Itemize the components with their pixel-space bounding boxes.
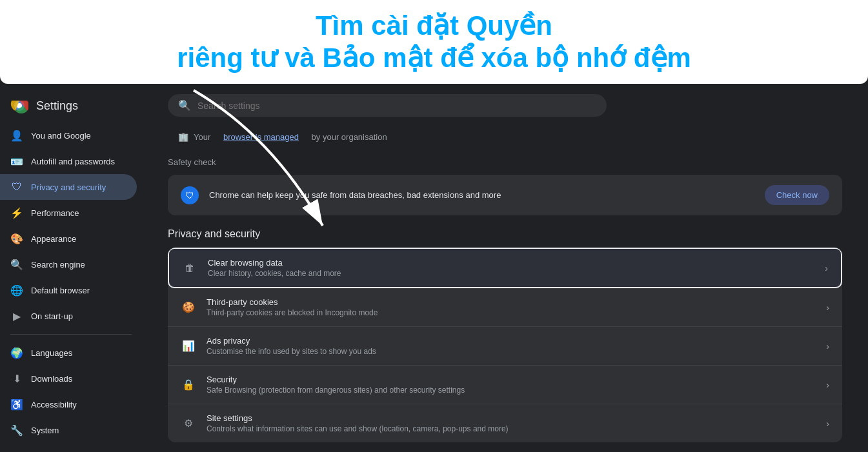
downloads-icon: ⬇ bbox=[10, 372, 23, 385]
sidebar-item-autofill[interactable]: 🪪 Autofill and passwords bbox=[0, 148, 137, 174]
clear-browsing-content: Clear browsing data Clear history, cooki… bbox=[208, 258, 814, 278]
appearance-icon: 🎨 bbox=[10, 232, 23, 245]
system-icon: 🔧 bbox=[10, 424, 23, 437]
ads-icon: 📊 bbox=[181, 339, 196, 354]
sidebar-item-on-startup[interactable]: ▶ On start-up bbox=[0, 303, 137, 329]
sidebar: Settings 👤 You and Google 🪪 Autofill and… bbox=[0, 84, 142, 452]
ads-content: Ads privacy Customise the info used by s… bbox=[207, 336, 816, 356]
cookies-subtitle: Third-party cookies are blocked in Incog… bbox=[207, 308, 816, 317]
managed-banner: 🏢 Your browser is managed by your organi… bbox=[168, 127, 842, 147]
third-party-cookies-item[interactable]: 🍪 Third-party cookies Third-party cookie… bbox=[168, 288, 842, 327]
cookies-content: Third-party cookies Third-party cookies … bbox=[207, 297, 816, 317]
search-input[interactable] bbox=[197, 101, 596, 111]
managed-link[interactable]: browser is managed bbox=[223, 132, 299, 142]
ads-arrow: › bbox=[826, 341, 829, 351]
clear-browsing-data-item[interactable]: 🗑 Clear browsing data Clear history, coo… bbox=[168, 248, 842, 288]
building-icon: 🏢 bbox=[178, 132, 188, 142]
clear-browsing-title: Clear browsing data bbox=[208, 258, 814, 268]
ads-privacy-item[interactable]: 📊 Ads privacy Customise the info used by… bbox=[168, 327, 842, 366]
sidebar-item-you-and-google[interactable]: 👤 You and Google bbox=[0, 123, 137, 148]
sidebar-item-reset-settings[interactable]: ↺ Reset settings bbox=[0, 443, 137, 452]
site-settings-icon: ⚙ bbox=[181, 416, 196, 431]
safety-check-card: 🛡 Chrome can help keep you safe from dat… bbox=[168, 175, 842, 215]
cookies-icon: 🍪 bbox=[181, 300, 196, 315]
chrome-logo-icon bbox=[10, 97, 28, 115]
safety-check-text: Chrome can help keep you safe from data … bbox=[209, 190, 754, 200]
accessibility-icon: ♿ bbox=[10, 398, 23, 411]
languages-icon: 🌍 bbox=[10, 346, 23, 359]
search-engine-icon: 🔍 bbox=[10, 258, 23, 271]
privacy-settings-list: 🗑 Clear browsing data Clear history, coo… bbox=[168, 248, 842, 442]
safety-shield-icon: 🛡 bbox=[181, 186, 199, 204]
safety-check-section-title: Safety check bbox=[168, 155, 842, 170]
site-settings-content: Site settings Controls what information … bbox=[207, 413, 816, 433]
sidebar-item-accessibility[interactable]: ♿ Accessibility bbox=[0, 391, 137, 417]
sidebar-header: Settings bbox=[0, 89, 142, 123]
performance-icon: ⚡ bbox=[10, 206, 23, 219]
site-settings-subtitle: Controls what information sites can use … bbox=[207, 424, 816, 433]
reset-settings-icon: ↺ bbox=[10, 449, 23, 452]
search-icon: 🔍 bbox=[178, 99, 191, 112]
sidebar-item-performance[interactable]: ⚡ Performance bbox=[0, 200, 137, 226]
sidebar-item-default-browser[interactable]: 🌐 Default browser bbox=[0, 277, 137, 303]
ads-title: Ads privacy bbox=[207, 336, 816, 346]
on-startup-icon: ▶ bbox=[10, 310, 23, 322]
search-bar[interactable]: 🔍 bbox=[168, 94, 607, 117]
default-browser-icon: 🌐 bbox=[10, 284, 23, 297]
clear-browsing-arrow: › bbox=[825, 263, 828, 273]
security-title: Security bbox=[207, 375, 816, 384]
autofill-icon: 🪪 bbox=[10, 155, 23, 168]
annotation-overlay: Tìm cài đặt Quyền riêng tư và Bảo mật để… bbox=[0, 0, 868, 84]
sidebar-item-languages[interactable]: 🌍 Languages bbox=[0, 340, 137, 366]
sidebar-item-appearance[interactable]: 🎨 Appearance bbox=[0, 226, 137, 251]
settings-title: Settings bbox=[36, 99, 78, 113]
privacy-icon: 🛡 bbox=[10, 181, 23, 193]
you-and-google-icon: 👤 bbox=[10, 129, 23, 142]
cookies-arrow: › bbox=[826, 302, 829, 313]
sidebar-item-downloads[interactable]: ⬇ Downloads bbox=[0, 366, 137, 391]
security-item[interactable]: 🔒 Security Safe Browsing (protection fro… bbox=[168, 366, 842, 404]
site-settings-arrow: › bbox=[826, 418, 829, 429]
security-arrow: › bbox=[826, 380, 829, 390]
security-icon: 🔒 bbox=[181, 377, 196, 393]
sidebar-item-privacy[interactable]: 🛡 Privacy and security bbox=[0, 174, 137, 200]
cookies-title: Third-party cookies bbox=[207, 297, 816, 307]
sidebar-item-system[interactable]: 🔧 System bbox=[0, 417, 137, 443]
site-settings-item[interactable]: ⚙ Site settings Controls what informatio… bbox=[168, 404, 842, 442]
clear-browsing-subtitle: Clear history, cookies, cache and more bbox=[208, 269, 814, 278]
check-now-button[interactable]: Check now bbox=[765, 185, 829, 205]
annotation-text: Tìm cài đặt Quyền riêng tư và Bảo mật để… bbox=[177, 10, 691, 75]
clear-browsing-icon: 🗑 bbox=[182, 260, 197, 276]
privacy-section-title: Privacy and security bbox=[168, 228, 842, 240]
main-content: 🔍 🏢 Your browser is managed by your orga… bbox=[142, 84, 868, 452]
security-content: Security Safe Browsing (protection from … bbox=[207, 375, 816, 395]
ads-subtitle: Customise the info used by sites to show… bbox=[207, 347, 816, 356]
sidebar-divider-1 bbox=[10, 334, 132, 335]
sidebar-item-search-engine[interactable]: 🔍 Search engine bbox=[0, 251, 137, 277]
security-subtitle: Safe Browsing (protection from dangerous… bbox=[207, 386, 816, 395]
site-settings-title: Site settings bbox=[207, 413, 816, 423]
